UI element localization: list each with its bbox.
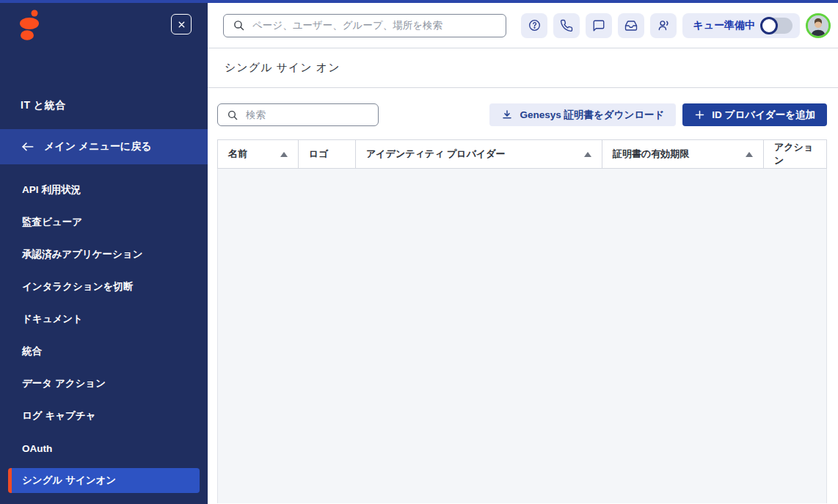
sidebar-item-disconnect-interactions[interactable]: インタラクションを切断 (0, 271, 208, 303)
sidebar-item-oauth[interactable]: OAuth (0, 432, 208, 464)
table-body-empty (217, 169, 827, 503)
back-label: メイン メニューに戻る (44, 140, 152, 153)
sidebar-menu: API 利用状況 監査ビューア 承認済みアプリケーション インタラクションを切断… (0, 174, 208, 497)
sidebar-section-title: IT と統合 (21, 99, 66, 112)
add-button-label: ID プロバイダーを追加 (712, 109, 815, 122)
sort-asc-icon[interactable] (584, 152, 591, 157)
chat-button[interactable] (586, 13, 612, 38)
column-header-certificate-expiry[interactable]: 証明書の有効期限 (602, 140, 764, 168)
back-to-main-menu[interactable]: メイン メニューに戻る (0, 129, 208, 164)
identity-providers-table: 名前 ロゴ アイデンティティ プロバイダー 証明書の有効期限 アクション (217, 139, 827, 503)
sidebar-item-label: シングル サインオン (22, 474, 116, 487)
sidebar-item-label: API 利用状況 (22, 183, 81, 197)
sidebar-item-label: ログ キャプチャ (22, 409, 95, 423)
agent-audio-button[interactable] (650, 13, 677, 38)
phone-button[interactable] (553, 13, 580, 38)
sidebar-item-integrations[interactable]: 統合 (0, 335, 208, 368)
column-label: アイデンティティ プロバイダー (366, 147, 506, 161)
sidebar-item-data-actions[interactable]: データ アクション (0, 368, 208, 400)
sidebar-item-single-sign-on[interactable]: シングル サインオン (8, 468, 200, 493)
chat-icon (592, 19, 605, 32)
sidebar-item-label: 監査ビューア (22, 216, 82, 229)
download-certificate-button[interactable]: Genesys 証明書をダウンロード (489, 103, 676, 126)
genesys-logo (15, 8, 45, 42)
inbox-button[interactable] (618, 13, 644, 38)
queue-status-label: キュー準備中 (693, 19, 755, 32)
table-header: 名前 ロゴ アイデンティティ プロバイダー 証明書の有効期限 アクション (217, 139, 827, 169)
column-label: 名前 (228, 147, 247, 161)
sidebar-item-api-usage[interactable]: API 利用状況 (0, 174, 208, 206)
sidebar-item-log-capture[interactable]: ログ キャプチャ (0, 400, 208, 432)
column-header-logo: ロゴ (299, 140, 356, 168)
agent-audio-icon (657, 18, 671, 32)
search-icon (233, 19, 245, 32)
phone-icon (560, 19, 573, 32)
page-title: シングル サイン オン (225, 61, 340, 75)
column-label: アクション (774, 141, 816, 167)
sidebar-item-label: データ アクション (22, 377, 106, 390)
global-search-input[interactable] (252, 20, 497, 31)
download-icon (501, 109, 513, 121)
sort-asc-icon[interactable] (746, 152, 753, 157)
close-icon (177, 20, 186, 29)
arrow-left-icon (21, 141, 34, 153)
toolbar-buttons: Genesys 証明書をダウンロード ID プロバイダーを追加 (489, 103, 827, 126)
column-header-actions: アクション (764, 140, 826, 168)
top-accent-strip (0, 0, 838, 3)
inbox-icon (624, 19, 638, 32)
sidebar-item-label: 承認済みアプリケーション (22, 248, 143, 261)
sort-asc-icon[interactable] (280, 152, 288, 157)
help-icon (528, 18, 542, 32)
queue-ready-toggle[interactable] (762, 18, 793, 34)
sidebar-item-audit-viewer[interactable]: 監査ビューア (0, 206, 208, 238)
title-bar: シングル サイン オン (208, 48, 838, 88)
sidebar-item-label: 統合 (22, 345, 42, 358)
sidebar-item-label: ドキュメント (22, 313, 83, 326)
toggle-knob (760, 17, 778, 34)
topbar-actions: キュー準備中 (521, 13, 831, 38)
content-toolbar: Genesys 証明書をダウンロード ID プロバイダーを追加 (217, 103, 827, 126)
download-button-label: Genesys 証明書をダウンロード (520, 109, 664, 122)
help-button[interactable] (521, 13, 547, 38)
column-label: ロゴ (309, 147, 329, 161)
sidebar-close-button[interactable] (171, 14, 192, 34)
sidebar-item-authorized-apps[interactable]: 承認済みアプリケーション (0, 238, 208, 271)
add-identity-provider-button[interactable]: ID プロバイダーを追加 (682, 103, 827, 126)
queue-status-pill: キュー準備中 (682, 13, 800, 38)
sidebar-item-label: OAuth (22, 443, 52, 454)
search-icon (227, 109, 238, 121)
column-label: 証明書の有効期限 (613, 147, 689, 161)
table-search[interactable] (217, 103, 379, 126)
main-area: キュー準備中 シングル サイン オン (208, 0, 838, 504)
table-search-input[interactable] (246, 109, 369, 120)
column-header-name[interactable]: 名前 (218, 140, 299, 168)
content: Genesys 証明書をダウンロード ID プロバイダーを追加 名前 ロゴ (208, 88, 838, 503)
column-header-identity-provider[interactable]: アイデンティティ プロバイダー (356, 140, 602, 168)
topbar: キュー準備中 (208, 0, 838, 48)
plus-icon (694, 109, 705, 120)
global-search[interactable] (223, 14, 506, 37)
sidebar-item-label: インタラクションを切断 (22, 280, 133, 293)
sidebar: IT と統合 メイン メニューに戻る API 利用状況 監査ビューア 承認済みア… (0, 0, 208, 504)
user-avatar[interactable] (806, 13, 831, 38)
sidebar-item-documents[interactable]: ドキュメント (0, 303, 208, 335)
